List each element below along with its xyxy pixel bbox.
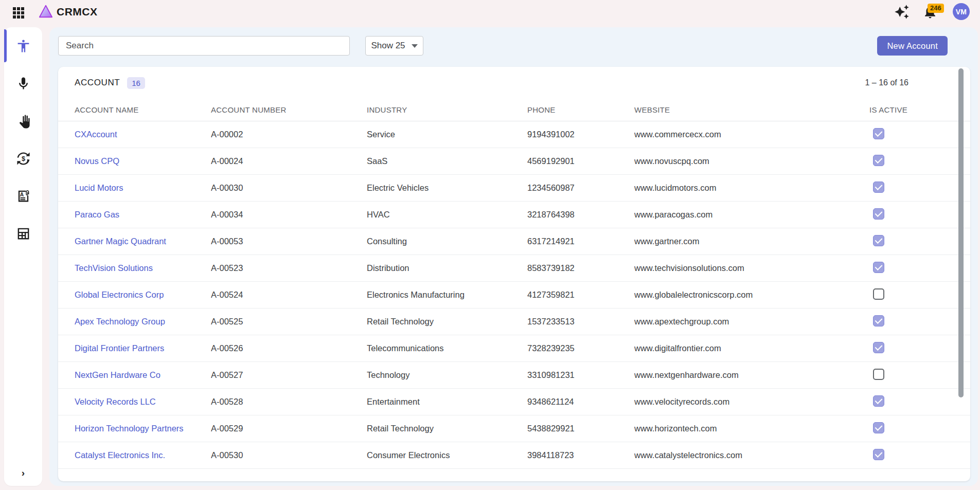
phone-cell: 3310981231 <box>527 370 634 380</box>
account-number-cell: A-00527 <box>211 370 367 380</box>
account-name-link[interactable]: CXAccount <box>75 130 117 139</box>
accounts-card: ACCOUNT 16 1 – 16 of 16 ACCOUNT NAME ACC… <box>58 67 970 481</box>
table-row: Velocity Records LLC A-00528 Entertainme… <box>58 389 970 415</box>
sidebar-item-hand[interactable] <box>4 102 42 140</box>
website-cell: www.lucidmotors.com <box>634 183 869 193</box>
industry-cell: Distribution <box>367 263 527 273</box>
account-name-link[interactable]: Global Electronics Corp <box>75 290 164 299</box>
is-active-checkbox[interactable] <box>873 449 884 460</box>
table-row: Paraco Gas A-00034 HVAC 3218764398 www.p… <box>58 202 970 228</box>
is-active-checkbox[interactable] <box>873 208 884 220</box>
account-name-link[interactable]: Catalyst Electronics Inc. <box>75 450 165 460</box>
phone-cell: 5438829921 <box>527 424 634 433</box>
table-row: TechVision Solutions A-00523 Distributio… <box>58 255 970 282</box>
page-size-select[interactable]: Show 25 <box>365 36 423 56</box>
sidebar-expand-chevron[interactable]: › <box>4 465 42 481</box>
sidebar-item-microphone[interactable] <box>4 65 42 102</box>
search-input[interactable] <box>58 36 350 56</box>
phone-cell: 4569192901 <box>527 156 634 166</box>
sidebar-item-accessibility[interactable] <box>4 27 42 65</box>
ai-sparkles-icon[interactable] <box>894 4 910 20</box>
industry-cell: Telecommunications <box>367 343 527 353</box>
notifications-bell-icon[interactable]: 246 <box>922 4 940 22</box>
table-scrollbar[interactable] <box>958 68 964 480</box>
user-avatar[interactable]: VM <box>953 3 970 20</box>
industry-cell: SaaS <box>367 156 527 166</box>
phone-cell: 4127359821 <box>527 290 634 300</box>
is-active-checkbox[interactable] <box>873 262 884 273</box>
sidebar-item-currency-exchange[interactable]: $ <box>4 140 42 177</box>
sidebar-item-document-attachment[interactable]: A <box>4 177 42 215</box>
table-row: CXAccount A-00002 Service 9194391002 www… <box>58 121 970 148</box>
is-active-checkbox[interactable] <box>873 182 884 193</box>
phone-cell: 7328239235 <box>527 343 634 353</box>
active-indicator <box>4 29 7 62</box>
account-name-link[interactable]: Digital Frontier Partners <box>75 343 164 353</box>
industry-cell: Retail Technology <box>367 424 527 433</box>
phone-cell: 9194391002 <box>527 130 634 139</box>
column-header-industry[interactable]: INDUSTRY <box>367 105 527 114</box>
account-name-link[interactable]: Velocity Records LLC <box>75 397 156 406</box>
account-name-link[interactable]: Gartner Magic Quadrant <box>75 237 166 246</box>
svg-text:A: A <box>20 192 24 197</box>
is-active-checkbox[interactable] <box>873 369 884 380</box>
record-count-badge: 16 <box>127 77 145 89</box>
column-header-phone[interactable]: PHONE <box>527 105 634 114</box>
industry-cell: Consulting <box>367 237 527 246</box>
phone-cell: 1537233513 <box>527 317 634 326</box>
app-logo-triangle-icon <box>38 4 54 19</box>
website-cell: www.apextechgroup.com <box>634 317 869 326</box>
phone-cell: 9348621124 <box>527 397 634 407</box>
industry-cell: Technology <box>367 370 527 380</box>
column-header-is-active[interactable]: IS ACTIVE <box>869 105 970 114</box>
account-name-link[interactable]: TechVision Solutions <box>75 263 153 273</box>
top-bar: CRMCX 246 VM <box>0 0 980 27</box>
accessibility-icon <box>16 39 31 53</box>
account-name-link[interactable]: Lucid Motors <box>75 183 123 192</box>
account-number-cell: A-00524 <box>211 290 367 300</box>
industry-cell: Retail Technology <box>367 317 527 326</box>
account-name-link[interactable]: Novus CPQ <box>75 156 119 166</box>
account-number-cell: A-00034 <box>211 210 367 220</box>
account-name-link[interactable]: Paraco Gas <box>75 210 119 219</box>
page-size-value: Show 25 <box>371 41 405 51</box>
account-number-cell: A-00530 <box>211 450 367 460</box>
account-name-link[interactable]: Apex Technology Group <box>75 317 165 326</box>
is-active-checkbox[interactable] <box>873 155 884 166</box>
account-number-cell: A-00024 <box>211 156 367 166</box>
website-cell: www.commercecx.com <box>634 130 869 139</box>
document-attachment-icon: A <box>16 189 31 204</box>
scrollbar-thumb[interactable] <box>958 68 964 397</box>
toolbar: Show 25 New Account <box>58 36 969 56</box>
is-active-checkbox[interactable] <box>873 342 884 353</box>
column-header-website[interactable]: WEBSITE <box>634 105 869 114</box>
account-number-cell: A-00528 <box>211 397 367 407</box>
phone-cell: 3218764398 <box>527 210 634 220</box>
main-panel: Show 25 New Account ACCOUNT 16 1 – 16 of… <box>49 27 978 486</box>
currency-exchange-icon: $ <box>16 151 31 166</box>
is-active-checkbox[interactable] <box>873 395 884 407</box>
website-cell: www.catalystelectronics.com <box>634 450 869 460</box>
sidebar-item-table[interactable] <box>4 215 42 252</box>
table-row: Gartner Magic Quadrant A-00053 Consultin… <box>58 228 970 255</box>
is-active-checkbox[interactable] <box>873 235 884 246</box>
account-name-link[interactable]: Horizon Technology Partners <box>75 424 184 433</box>
is-active-checkbox[interactable] <box>873 128 884 139</box>
column-header-account-number[interactable]: ACCOUNT NUMBER <box>211 105 367 114</box>
column-header-account-name[interactable]: ACCOUNT NAME <box>75 105 211 114</box>
table-icon <box>16 226 31 241</box>
is-active-checkbox[interactable] <box>873 422 884 433</box>
website-cell: www.digitalfrontier.com <box>634 343 869 353</box>
sidebar: $ A › <box>4 27 42 486</box>
account-name-link[interactable]: NextGen Hardware Co <box>75 370 161 379</box>
table-row: Horizon Technology Partners A-00529 Reta… <box>58 415 970 442</box>
new-account-button[interactable]: New Account <box>877 36 948 56</box>
table-row: Catalyst Electronics Inc. A-00530 Consum… <box>58 442 970 469</box>
website-cell: www.gartner.com <box>634 237 869 246</box>
is-active-checkbox[interactable] <box>873 288 884 300</box>
apps-grid-icon[interactable] <box>11 6 26 20</box>
phone-cell: 8583739182 <box>527 263 634 273</box>
is-active-checkbox[interactable] <box>873 315 884 326</box>
card-header: ACCOUNT 16 1 – 16 of 16 <box>58 67 970 99</box>
industry-cell: HVAC <box>367 210 527 220</box>
